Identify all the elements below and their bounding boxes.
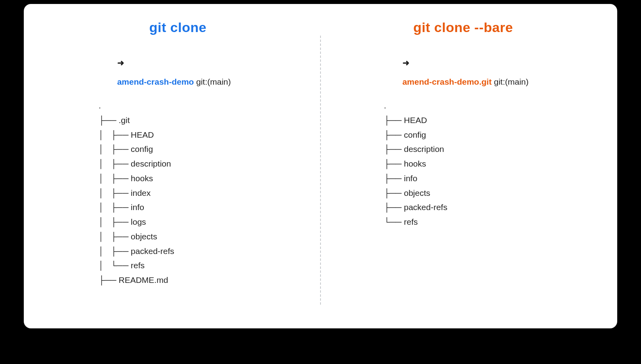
tree-line: │ ├── info (99, 200, 257, 215)
right-git-branch: git:(main) (492, 77, 528, 86)
tree-line: . (384, 99, 542, 113)
left-git-branch: git:(main) (194, 77, 231, 86)
tree-line: │ ├── hooks (99, 171, 257, 186)
right-panel: git clone --bare ➜ amend-crash-demo.git … (321, 20, 605, 317)
left-heading: git clone (99, 20, 257, 35)
tree-line: │ ├── HEAD (99, 128, 257, 142)
tree-line: . (99, 99, 257, 113)
vertical-divider (320, 36, 321, 305)
right-inner: git clone --bare ➜ amend-crash-demo.git … (384, 20, 542, 229)
prompt-arrow-icon: ➜ (117, 58, 124, 67)
left-inner: git clone ➜ amend-crash-demo git:(main) … (99, 20, 257, 288)
tree-line: │ ├── packed-refs (99, 244, 257, 259)
tree-line: ├── info (384, 171, 542, 186)
tree-line: │ ├── objects (99, 229, 257, 244)
prompt-arrow-icon: ➜ (403, 58, 410, 67)
tree-line: │ └── refs (99, 258, 257, 273)
tree-line: ├── HEAD (384, 113, 542, 128)
tree-line: ├── packed-refs (384, 200, 542, 215)
right-prompt: ➜ amend-crash-demo.git git:(main) (384, 49, 542, 96)
tree-line: │ ├── config (99, 142, 257, 157)
tree-line: ├── objects (384, 186, 542, 201)
tree-line: ├── config (384, 128, 542, 142)
right-tree: .├── HEAD├── config├── description├── ho… (384, 99, 542, 229)
tree-line: │ ├── index (99, 186, 257, 201)
left-repo-name: amend-crash-demo (117, 77, 194, 86)
left-panel: git clone ➜ amend-crash-demo git:(main) … (36, 20, 320, 317)
comparison-card: git clone ➜ amend-crash-demo git:(main) … (24, 4, 617, 328)
right-repo-name: amend-crash-demo.git (403, 77, 492, 86)
left-tree: .├── .git│ ├── HEAD│ ├── config│ ├── des… (99, 99, 257, 288)
tree-line: ├── hooks (384, 157, 542, 171)
tree-line: ├── README.md (99, 273, 257, 288)
tree-line: ├── description (384, 142, 542, 157)
tree-line: └── refs (384, 215, 542, 229)
left-prompt: ➜ amend-crash-demo git:(main) (99, 49, 257, 96)
tree-line: │ ├── description (99, 157, 257, 171)
right-heading: git clone --bare (384, 20, 542, 35)
tree-line: │ ├── logs (99, 215, 257, 229)
tree-line: ├── .git (99, 113, 257, 128)
